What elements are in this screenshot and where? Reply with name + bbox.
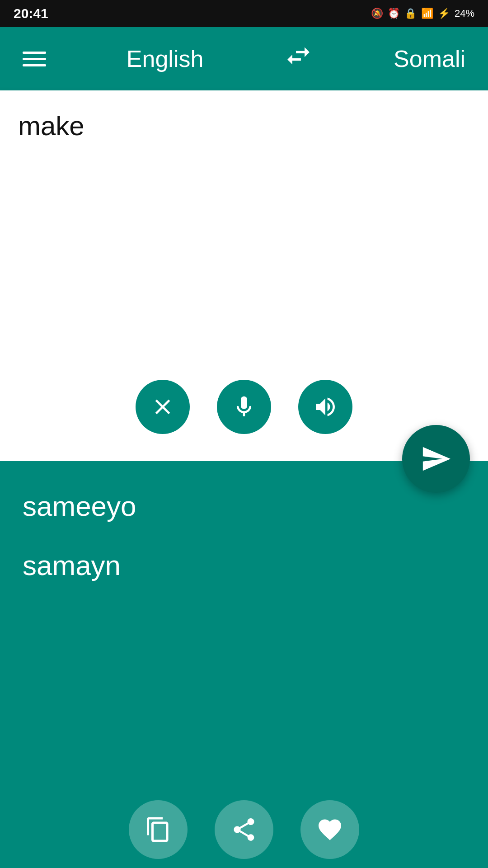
microphone-button[interactable] bbox=[217, 380, 271, 434]
alarm-icon: ⏰ bbox=[388, 8, 400, 19]
favorite-button[interactable] bbox=[300, 800, 359, 859]
source-language-label[interactable]: English bbox=[127, 45, 204, 72]
menu-line-1 bbox=[23, 52, 46, 54]
status-bar: 20:41 🔕 ⏰ 🔒 📶 ⚡ 24% bbox=[0, 0, 488, 27]
target-language-label[interactable]: Somali bbox=[394, 45, 465, 72]
speaker-button[interactable] bbox=[298, 380, 352, 434]
copy-button[interactable] bbox=[129, 800, 188, 859]
battery-percent: 24% bbox=[455, 8, 474, 19]
menu-button[interactable] bbox=[23, 52, 46, 66]
translation-2: samayn bbox=[23, 547, 465, 584]
input-text[interactable]: make bbox=[18, 108, 470, 144]
menu-line-2 bbox=[23, 58, 46, 60]
main-content: make bbox=[0, 90, 488, 868]
bottom-actions bbox=[129, 800, 359, 859]
send-translation-button[interactable] bbox=[402, 425, 470, 493]
share-button[interactable] bbox=[215, 800, 273, 859]
battery-icon: ⚡ bbox=[438, 8, 450, 19]
status-time: 20:41 bbox=[14, 6, 48, 21]
swap-languages-button[interactable] bbox=[284, 41, 313, 76]
menu-line-3 bbox=[23, 64, 46, 66]
status-icons: 🔕 ⏰ 🔒 📶 ⚡ 24% bbox=[371, 8, 474, 19]
nav-bar: English Somali bbox=[0, 27, 488, 90]
mute-icon: 🔕 bbox=[371, 8, 383, 19]
signal-icon: 📶 bbox=[421, 8, 433, 19]
clear-button[interactable] bbox=[136, 380, 190, 434]
input-actions bbox=[136, 380, 352, 434]
translation-1: sameeyo bbox=[23, 488, 465, 525]
result-section: sameeyo samayn bbox=[0, 461, 488, 868]
input-section: make bbox=[0, 90, 488, 461]
lock-icon: 🔒 bbox=[404, 8, 417, 19]
